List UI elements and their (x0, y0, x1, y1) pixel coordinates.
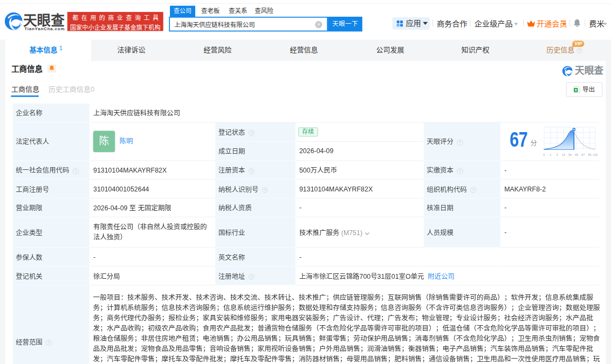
svg-text:50: 50 (569, 153, 572, 156)
svg-text:0: 0 (544, 153, 545, 156)
svg-text:65: 65 (575, 153, 579, 156)
svg-text:3: 3 (557, 153, 558, 156)
svg-text:100: 100 (593, 153, 598, 156)
svg-text:99: 99 (588, 153, 592, 156)
svg-text:15: 15 (562, 153, 565, 156)
svg-text:1: 1 (550, 153, 552, 156)
svg-text:97: 97 (582, 153, 585, 156)
